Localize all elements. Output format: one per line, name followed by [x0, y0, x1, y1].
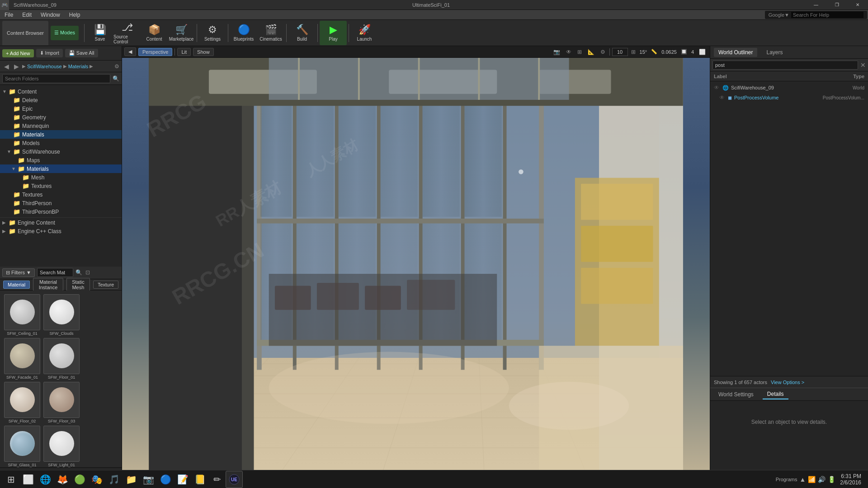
tree-geometry[interactable]: 📁 Geometry	[0, 113, 122, 122]
taskview-btn[interactable]: ⬜	[19, 471, 37, 488]
vp-camera-icon[interactable]: 📷	[552, 49, 562, 55]
tree-mannequin[interactable]: 📁 Mannequin	[0, 122, 122, 130]
asset-floor01[interactable]: SFW_Floor_01	[43, 338, 80, 380]
toolbar-marketplace[interactable]: 🛒 Marketplace	[168, 21, 195, 45]
unreal-icon[interactable]: UE	[226, 471, 243, 488]
world-settings-tab[interactable]: World Settings	[714, 390, 758, 399]
toolbar-blueprints[interactable]: 🔵 Blueprints	[230, 21, 257, 45]
asset-glass[interactable]: SFW_Glass_01	[4, 426, 41, 467]
photoshop-icon[interactable]: 🔵	[157, 471, 174, 488]
tree-content[interactable]: ▼ 📁 Content	[0, 87, 122, 96]
tree-delete[interactable]: 📁 Delete	[0, 96, 122, 104]
layers-tab[interactable]: Layers	[762, 48, 787, 57]
toolbar-play[interactable]: ▶ Play	[320, 21, 347, 45]
nav-back[interactable]: ◀	[2, 62, 11, 71]
tree-epic[interactable]: 📁 Epic	[0, 104, 122, 113]
tree-textures-sub[interactable]: 📁 Textures	[0, 182, 122, 190]
vp-angle-icon[interactable]: 📐	[586, 49, 596, 55]
menu-window[interactable]: Window	[36, 10, 65, 20]
browser-icon[interactable]: 🌐	[37, 471, 54, 488]
path-materials[interactable]: Materials	[68, 64, 89, 69]
path-scifi[interactable]: ScifiWarehouse	[27, 64, 62, 69]
tree-mesh[interactable]: 📁 Mesh	[0, 173, 122, 182]
tree-engine-cpp[interactable]: ▶ 📁 Engine C++ Class	[0, 227, 122, 235]
content-browser-tab-label[interactable]: Content Browser	[7, 30, 44, 36]
viewport[interactable]: ◀ Perspective Lit Show 📷 👁 ⊞ 📐 ⚙ ⊞ 15° 📏…	[122, 46, 710, 478]
grid-settings-icon[interactable]: ⊡	[85, 269, 90, 276]
help-search[interactable]	[791, 12, 863, 18]
menu-help[interactable]: Help	[65, 10, 85, 20]
toolbar-build[interactable]: 🔨 Build	[288, 21, 316, 45]
visibility-icon-world[interactable]: 👁	[714, 84, 720, 91]
music-icon[interactable]: 🎵	[105, 471, 123, 488]
notepad-icon[interactable]: 📒	[191, 471, 208, 488]
outliner-search-input[interactable]	[712, 61, 858, 70]
tree-models[interactable]: 📁 Models	[0, 139, 122, 147]
tree-thirdpersonbp[interactable]: 📁 ThirdPersonBP	[0, 207, 122, 216]
edit-icon[interactable]: ✏	[208, 471, 226, 488]
filter-material-instance[interactable]: Material Instance	[33, 278, 63, 291]
import-button[interactable]: ⬇ Import	[36, 49, 63, 57]
material-search[interactable]	[37, 268, 73, 277]
vp-grid-icon[interactable]: ⊞	[576, 49, 584, 55]
minimize-btn[interactable]: —	[806, 0, 826, 10]
file-icon[interactable]: 📝	[174, 471, 191, 488]
tree-textures[interactable]: 📁 Textures	[0, 190, 122, 199]
search-clear-btn[interactable]: ✕	[860, 61, 866, 69]
start-btn[interactable]: ⊞	[2, 471, 19, 488]
add-new-button[interactable]: + Add New	[2, 49, 34, 57]
close-btn[interactable]: ✕	[847, 0, 868, 10]
toolbar-settings[interactable]: ⚙ Settings	[199, 21, 226, 45]
toolbar-cinematics[interactable]: 🎬 Cinematics	[257, 21, 284, 45]
filter-texture[interactable]: Texture	[93, 281, 118, 289]
tree-thirdperson[interactable]: 📁 ThirdPerson	[0, 199, 122, 207]
lit-btn[interactable]: Lit	[177, 48, 191, 56]
asset-ceiling-01[interactable]: SFW_Ceiling_01	[4, 294, 41, 336]
outliner-world[interactable]: 👁 🌐 ScifiWarehouse_09 World	[710, 83, 868, 93]
tree-materials[interactable]: 📁 Materials	[0, 130, 122, 139]
toolbar-source-control[interactable]: ⎇ Source Control	[113, 21, 141, 45]
filters-button[interactable]: ⊟ Filters ▼	[2, 268, 35, 277]
show-btn[interactable]: Show	[193, 48, 214, 56]
vp-eye-icon[interactable]: 👁	[564, 49, 573, 55]
asset-floor02[interactable]: SFW_Floor_02	[4, 382, 41, 423]
asset-floor03[interactable]: SFW_Floor_03	[43, 382, 80, 423]
folder-search-input[interactable]	[2, 74, 110, 83]
world-outliner-tab[interactable]: World Outliner	[714, 48, 757, 57]
chrome-icon[interactable]: 🟢	[71, 471, 88, 488]
vp-maximize-icon[interactable]: ⬜	[697, 49, 708, 55]
outliner-postprocess[interactable]: 👁 ◼ PostProcessVolume PostProcessVolum..…	[710, 93, 868, 103]
firefox-icon[interactable]: 🦊	[54, 471, 71, 488]
toolbar-save[interactable]: 💾 Save	[86, 21, 113, 45]
asset-light01[interactable]: SFW_Light_01	[43, 426, 80, 467]
filter-material[interactable]: Material	[3, 281, 30, 289]
folder-icon[interactable]: 📁	[123, 471, 140, 488]
media-icon[interactable]: 📷	[140, 471, 157, 488]
details-tab[interactable]: Details	[763, 389, 788, 399]
tray-up-icon[interactable]: ▲	[799, 476, 806, 483]
modes-btn[interactable]: ☰ Modes	[51, 26, 79, 40]
menu-edit[interactable]: Edit	[18, 10, 36, 20]
tree-engine-content[interactable]: ▶ 📁 Engine Content	[0, 217, 122, 227]
tree-materials-sub[interactable]: ▼ 📁 Materials	[0, 164, 122, 173]
toolbar-content[interactable]: 📦 Content	[141, 21, 168, 45]
save-all-button[interactable]: 💾 Save All	[65, 49, 98, 57]
content-search-bar: 🔍	[0, 72, 122, 85]
tree-maps[interactable]: 📁 Maps	[0, 156, 122, 164]
grid-size-input[interactable]	[612, 48, 628, 56]
maximize-btn[interactable]: ❐	[826, 0, 847, 10]
perspective-btn[interactable]: Perspective	[138, 48, 172, 56]
asset-facade[interactable]: SFW_Facade_01	[4, 338, 41, 380]
path-settings-icon[interactable]: ⚙	[114, 63, 119, 70]
menu-file[interactable]: File	[0, 10, 18, 20]
filter-static-mesh[interactable]: Static Mesh	[66, 278, 90, 291]
nav-forward[interactable]: ▶	[12, 62, 21, 71]
vp-settings-icon[interactable]: ⚙	[599, 49, 607, 55]
vp-mode-btn[interactable]: ◀	[124, 47, 136, 56]
tree-scifi[interactable]: ▼ 📁 ScifiWarehouse	[0, 147, 122, 156]
visibility-icon-pp[interactable]: 👁	[719, 94, 726, 101]
epic-icon[interactable]: 🎭	[88, 471, 105, 488]
outliner-view-options[interactable]: View Options >	[771, 380, 804, 385]
asset-clouds[interactable]: SFW_Clouds	[43, 294, 80, 336]
toolbar-launch[interactable]: 🚀 Launch	[351, 21, 378, 45]
